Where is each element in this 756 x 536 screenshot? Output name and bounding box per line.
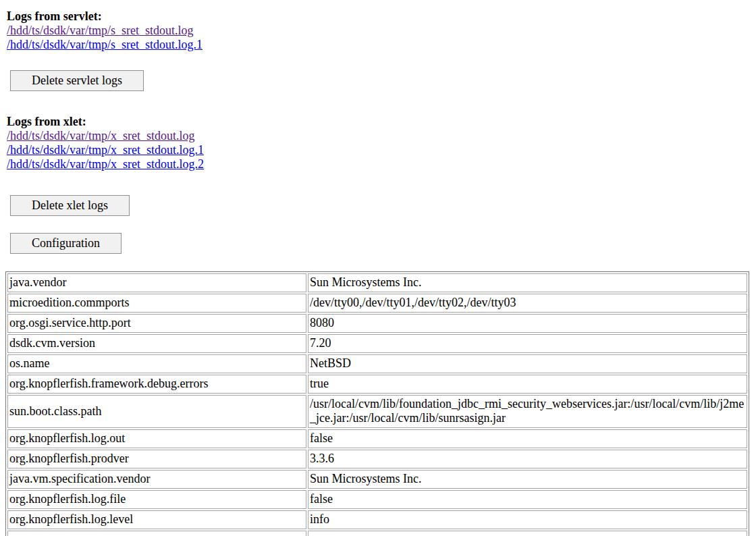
delete-xlet-logs-row: Delete xlet logs (5, 195, 751, 216)
property-key-cell: java.vendor (7, 273, 306, 292)
log-file-link[interactable]: /hdd/ts/dsdk/var/tmp/s_sret_stdout.log (7, 24, 194, 38)
delete-servlet-logs-row: Delete servlet logs (5, 70, 751, 91)
servlet-logs-heading: Logs from servlet: (7, 9, 751, 24)
property-key-cell: org.knopflerfish.framework.debug.errors (7, 375, 306, 394)
properties-table: java.vendorSun Microsystems Inc.microedi… (5, 271, 749, 536)
table-row: os.nameNetBSD (7, 354, 747, 373)
property-key-cell: microedition.commports (7, 294, 306, 313)
property-key-cell (7, 531, 306, 536)
table-row: org.knopflerfish.prodver3.3.6 (7, 450, 747, 468)
xlet-log-links: /hdd/ts/dsdk/var/tmp/x_sret_stdout.log/h… (5, 129, 751, 171)
table-row: org.osgi.service.http.port8080 (7, 314, 747, 333)
property-key-cell: org.knopflerfish.log.out (7, 429, 306, 448)
property-value-cell: 8080 (308, 314, 747, 333)
property-key-cell: dsdk.cvm.version (7, 334, 306, 353)
table-row-partial (7, 531, 747, 536)
property-key-cell: sun.boot.class.path (7, 395, 306, 428)
table-row: org.knopflerfish.log.outfalse (7, 429, 747, 448)
property-key-cell: org.knopflerfish.log.level (7, 510, 306, 529)
configuration-button[interactable]: Configuration (10, 233, 122, 254)
property-value-cell: info (308, 510, 747, 529)
table-row: microedition.commports/dev/tty00,/dev/tt… (7, 294, 747, 313)
table-row: java.vm.specification.vendorSun Microsys… (7, 470, 747, 489)
property-key-cell: org.knopflerfish.log.file (7, 490, 306, 509)
table-row: org.knopflerfish.framework.debug.errorst… (7, 375, 747, 394)
table-row: org.knopflerfish.log.filefalse (7, 490, 747, 509)
servlet-logs-section: Logs from servlet: /hdd/ts/dsdk/var/tmp/… (5, 9, 751, 91)
delete-xlet-logs-button[interactable]: Delete xlet logs (10, 195, 130, 216)
log-file-link[interactable]: /hdd/ts/dsdk/var/tmp/x_sret_stdout.log.1 (7, 143, 204, 157)
table-row: sun.boot.class.path/usr/local/cvm/lib/fo… (7, 395, 747, 428)
log-file-link[interactable]: /hdd/ts/dsdk/var/tmp/s_sret_stdout.log.1 (7, 38, 202, 52)
table-row: org.knopflerfish.log.levelinfo (7, 510, 747, 529)
property-value-cell: NetBSD (308, 354, 747, 373)
log-file-link[interactable]: /hdd/ts/dsdk/var/tmp/x_sret_stdout.log.2 (7, 157, 204, 171)
property-value-cell (308, 531, 747, 536)
delete-servlet-logs-button[interactable]: Delete servlet logs (10, 70, 144, 91)
table-row: dsdk.cvm.version7.20 (7, 334, 747, 353)
log-file-link[interactable]: /hdd/ts/dsdk/var/tmp/x_sret_stdout.log (7, 129, 195, 143)
property-value-cell: false (308, 490, 747, 509)
property-key-cell: org.knopflerfish.prodver (7, 450, 306, 468)
property-value-cell: true (308, 375, 747, 394)
property-key-cell: java.vm.specification.vendor (7, 470, 306, 489)
property-key-cell: org.osgi.service.http.port (7, 314, 306, 333)
xlet-logs-heading: Logs from xlet: (7, 115, 751, 129)
property-key-cell: os.name (7, 354, 306, 373)
property-value-cell: /dev/tty00,/dev/tty01,/dev/tty02,/dev/tt… (308, 294, 747, 313)
xlet-logs-section: Logs from xlet: /hdd/ts/dsdk/var/tmp/x_s… (5, 115, 751, 216)
servlet-log-links: /hdd/ts/dsdk/var/tmp/s_sret_stdout.log/h… (5, 24, 751, 52)
configuration-row: Configuration (5, 233, 751, 254)
property-value-cell: 7.20 (308, 334, 747, 353)
property-value-cell: Sun Microsystems Inc. (308, 470, 747, 489)
table-row: java.vendorSun Microsystems Inc. (7, 273, 747, 292)
properties-table-body: java.vendorSun Microsystems Inc.microedi… (7, 273, 747, 536)
page: { "servlet_logs": { "heading": "Logs fro… (0, 0, 756, 536)
property-value-cell: /usr/local/cvm/lib/foundation_jdbc_rmi_s… (308, 395, 747, 428)
property-value-cell: false (308, 429, 747, 448)
property-value-cell: 3.3.6 (308, 450, 747, 468)
property-value-cell: Sun Microsystems Inc. (308, 273, 747, 292)
